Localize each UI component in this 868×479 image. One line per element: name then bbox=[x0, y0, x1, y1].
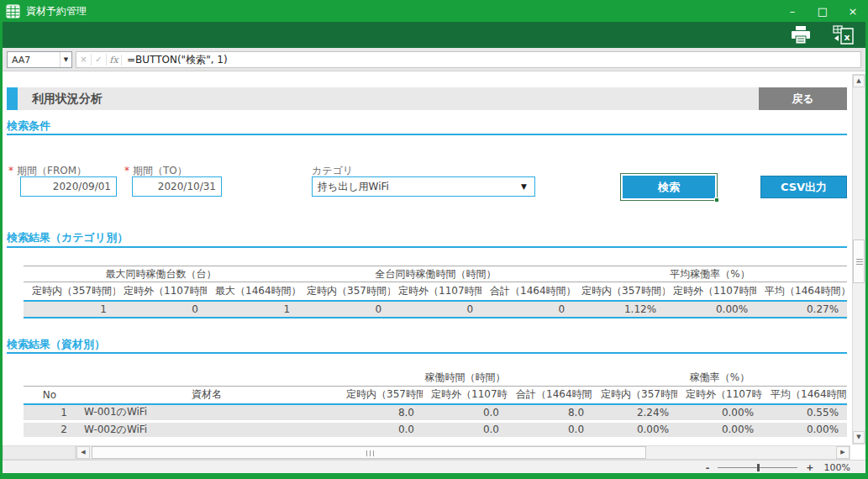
group-header: 最大同時稼働台数（台） bbox=[24, 266, 298, 282]
cell-name-box[interactable]: AA7 ▼ bbox=[7, 51, 72, 68]
search-button[interactable]: 検索 bbox=[623, 176, 715, 198]
period-from-input[interactable] bbox=[20, 176, 117, 197]
column-header: 平均（1464時間） bbox=[756, 282, 847, 301]
zoom-level: 100% bbox=[824, 462, 850, 473]
back-button[interactable]: 戻る bbox=[759, 87, 847, 110]
group-header: 全台同時稼働時間（時間） bbox=[298, 266, 573, 282]
category-selected-value: 持ち出し用WiFi bbox=[318, 180, 389, 194]
group-header: 平均稼働率（%） bbox=[573, 266, 847, 282]
sheet-corner-panel bbox=[3, 445, 76, 460]
csv-export-button[interactable]: CSV出力 bbox=[760, 176, 847, 198]
cell: 0 bbox=[115, 301, 207, 318]
required-mark: * bbox=[8, 165, 13, 176]
page-title: 利用状況分析 bbox=[32, 87, 103, 110]
column-header: 合計（1464時間） bbox=[508, 386, 592, 404]
title-bar: 資材予約管理 – □ × bbox=[0, 0, 868, 22]
scroll-down-icon[interactable]: ▼ bbox=[853, 431, 865, 444]
svg-text:x: x bbox=[844, 32, 850, 43]
zoom-slider[interactable] bbox=[718, 467, 797, 468]
cell: 0.55% bbox=[762, 404, 847, 421]
close-icon[interactable]: × bbox=[838, 0, 868, 22]
horizontal-scrollbar-thumb[interactable] bbox=[92, 446, 646, 459]
group-header: 稼働時間（時間） bbox=[338, 370, 592, 386]
selection-handle[interactable] bbox=[714, 197, 719, 203]
column-header: No bbox=[24, 386, 76, 404]
table-row: 1W-001のWiFi8.00.08.02.24%0.00%0.55% bbox=[24, 404, 847, 421]
zoom-in-icon[interactable]: + bbox=[806, 462, 813, 473]
table-row: 2W-002のWiFi0.00.00.00.00%0.00%0.00% bbox=[24, 421, 847, 438]
minimize-icon[interactable]: – bbox=[777, 0, 808, 22]
window-title: 資材予約管理 bbox=[26, 4, 87, 18]
horizontal-scrollbar[interactable]: ◀ ▶ bbox=[76, 445, 850, 460]
zoom-out-icon[interactable]: - bbox=[706, 462, 710, 473]
maximize-icon[interactable]: □ bbox=[808, 0, 838, 22]
group-header: 稼働率（%） bbox=[592, 370, 847, 386]
column-header: 平均（1464時間） bbox=[762, 386, 847, 404]
search-button-selection: 検索 bbox=[620, 173, 718, 201]
formula-enter-icon[interactable]: ✓ bbox=[92, 52, 106, 67]
print-icon[interactable] bbox=[789, 25, 813, 45]
cell: 0.27% bbox=[756, 301, 847, 318]
section-title-search-conditions: 検索条件 bbox=[7, 118, 50, 134]
grip-line bbox=[856, 259, 863, 260]
section-rule bbox=[7, 134, 847, 135]
insert-function-icon[interactable]: fx bbox=[107, 55, 122, 66]
vertical-scrollbar[interactable]: ▲ ▼ bbox=[852, 74, 865, 445]
material-results-table: 稼働時間（時間）稼働率（%）No資材名定時内（357時間）定時外（1107時間）… bbox=[24, 370, 847, 440]
required-mark: * bbox=[124, 165, 129, 176]
formula-cancel-icon[interactable]: × bbox=[76, 52, 91, 67]
cell: 0.0 bbox=[338, 421, 423, 438]
cell: 1.12% bbox=[573, 301, 665, 318]
status-bar: - + 100% bbox=[3, 460, 865, 473]
formula-field[interactable]: × ✓ fx =BUTTON("検索", 1) bbox=[76, 51, 861, 68]
grip-line bbox=[370, 450, 371, 456]
cell-reference: AA7 bbox=[8, 55, 60, 66]
zoom-slider-thumb[interactable] bbox=[757, 464, 760, 471]
namebox-dropdown-icon[interactable]: ▼ bbox=[60, 52, 71, 67]
cell: 2 bbox=[24, 421, 76, 438]
grip-line bbox=[856, 264, 863, 265]
column-header: 資材名 bbox=[76, 386, 338, 404]
scroll-left-icon[interactable]: ◀ bbox=[76, 446, 90, 459]
column-header: 定時外（1107時間） bbox=[115, 282, 207, 301]
cell: 0.00% bbox=[677, 421, 762, 438]
cell: 0.0 bbox=[508, 421, 592, 438]
category-results-table: 最大同時稼働台数（台）全台同時稼働時間（時間）平均稼働率（%）定時内（357時間… bbox=[24, 266, 847, 318]
page-title-accent bbox=[7, 87, 18, 110]
cell: 0.00% bbox=[592, 421, 677, 438]
column-header: 定時内（357時間） bbox=[573, 282, 665, 301]
category-select[interactable]: 持ち出し用WiFi ▼ bbox=[312, 176, 535, 197]
excel-export-icon[interactable]: x bbox=[831, 25, 855, 45]
vertical-scrollbar-thumb[interactable] bbox=[853, 239, 865, 283]
grip-line bbox=[373, 450, 374, 456]
chevron-down-icon: ▼ bbox=[521, 182, 527, 191]
cell: 0.00% bbox=[665, 301, 756, 318]
ribbon-toolbar: x bbox=[0, 22, 868, 48]
column-header: 定時内（357時間） bbox=[338, 386, 423, 404]
column-header: 定時外（1107時間） bbox=[665, 282, 756, 301]
zoom-control: - + 100% bbox=[706, 461, 850, 474]
cell: 0 bbox=[390, 301, 481, 318]
cell: 0.00% bbox=[762, 421, 847, 438]
cell: W-001のWiFi bbox=[76, 404, 338, 421]
page-header: 利用状況分析 戻る bbox=[7, 87, 847, 110]
scroll-right-icon[interactable]: ▶ bbox=[836, 446, 850, 459]
section-rule bbox=[7, 352, 847, 354]
app-window: 資材予約管理 – □ × x AA7 ▼ × bbox=[0, 0, 868, 479]
period-to-input[interactable] bbox=[132, 176, 222, 197]
window-border bbox=[0, 0, 3, 479]
cell: 0 bbox=[481, 301, 573, 318]
section-title-category-results: 検索結果（カテゴリ別） bbox=[7, 230, 128, 245]
section-rule bbox=[7, 246, 847, 248]
scroll-up-icon[interactable]: ▲ bbox=[853, 75, 865, 87]
cell: 0 bbox=[298, 301, 390, 318]
grip-line bbox=[856, 261, 863, 262]
cell: 2.24% bbox=[592, 404, 677, 421]
table-row: 1010001.12%0.00%0.27% bbox=[24, 301, 847, 318]
cell: 8.0 bbox=[508, 404, 592, 421]
group-header bbox=[24, 370, 338, 386]
cell: 8.0 bbox=[338, 404, 423, 421]
cell: 0.00% bbox=[677, 404, 762, 421]
window-controls: – □ × bbox=[777, 0, 868, 22]
column-header: 定時外（1107時間） bbox=[423, 386, 508, 404]
